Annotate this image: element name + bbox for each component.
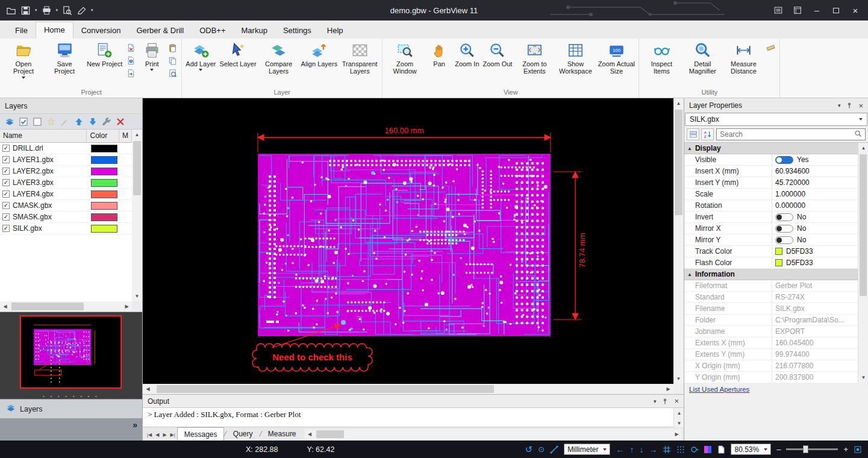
ribbon-pan[interactable]: Pan [425,39,453,67]
property-track-color[interactable]: Track ColorD5FD33 [684,246,858,257]
scrollbar-thumb[interactable] [675,110,682,215]
tab-messages[interactable]: Messages [177,427,225,441]
menu-gerber-drill[interactable]: Gerber & Drill [128,23,192,39]
scrollbar-thumb[interactable] [316,430,344,438]
checkbox-empty-icon[interactable] [32,116,42,127]
paste-icon[interactable] [167,43,178,53]
toggle-mirror-y[interactable] [775,236,793,244]
rotate-ccw-icon[interactable]: ↺ [525,445,533,454]
close-icon[interactable]: × [858,101,863,110]
ribbon-print[interactable]: Print [138,39,166,71]
sort-az-icon[interactable]: AZ [701,128,714,140]
scroll-up-icon[interactable]: ▲ [673,98,684,108]
fit-page-icon[interactable] [854,445,862,454]
property-jobname[interactable]: JobnameEXPORT [684,326,858,337]
property-extents-x-mm[interactable]: Extents X (mm)160.045400 [684,337,858,349]
doc-export-icon[interactable] [126,68,136,78]
property-invert[interactable]: InvertNo [684,212,858,223]
layer-row-layer4-gbx[interactable]: ✓LAYER4.gbx [0,189,132,200]
layer-row-layer1-gbx[interactable]: ✓LAYER1.gbx [0,154,132,166]
color-swatch[interactable] [775,259,782,266]
arrow-up-status-icon[interactable]: ↑ [629,445,634,454]
qa-markup-icon[interactable] [76,5,87,16]
menu-file[interactable]: File [7,23,36,39]
scroll-left-icon[interactable]: ◀ [143,384,153,394]
layer-row-smask-gbx[interactable]: ✓SMASK.gbx [0,212,132,223]
scrollbar-track[interactable] [132,140,142,291]
property-fileformat[interactable]: FileformatGerber Plot [684,280,858,292]
copy-icon[interactable] [167,55,178,66]
scrollbar-track[interactable] [673,108,684,374]
ribbon-transparent-layers[interactable]: Transparent Layers [339,39,380,75]
property-standard[interactable]: StandardRS-274X [684,292,858,303]
ribbon-show-workspace[interactable]: Show Workspace [555,39,596,75]
book-icon[interactable] [788,2,807,19]
layer-visible-checkbox[interactable]: ✓ [2,168,10,175]
close-icon[interactable]: × [674,397,679,406]
property-extents-y-mm[interactable]: Extents Y (mm)99.974400 [684,349,858,360]
ribbon-zoom-window[interactable]: Zoom Window [384,39,425,75]
menu-settings[interactable]: Settings [275,23,319,39]
toggle-invert[interactable] [775,213,793,221]
layer-color-swatch[interactable] [91,168,117,175]
zoom-slider[interactable] [786,448,838,450]
grid-off-icon[interactable] [690,445,699,454]
scroll-up-icon[interactable]: ▲ [132,130,142,140]
dropdown-icon[interactable]: ▾ [654,398,657,404]
scrollbar-track[interactable] [858,153,868,372]
layer-color-swatch[interactable] [91,156,117,164]
scroll-right-icon[interactable]: ▶ [672,429,682,439]
scroll-up-icon[interactable]: ▲ [858,143,868,153]
pin-icon[interactable] [846,102,853,109]
column-header-m[interactable]: M [119,130,132,143]
property-flash-color[interactable]: Flash ColorD5FD33 [684,257,858,269]
qa-preview-icon[interactable] [62,5,72,16]
dropdown-icon[interactable]: ▾ [838,102,841,108]
output-hscrollbar[interactable]: ◀ ▶ [305,429,682,439]
prev-tab-icon[interactable]: ◀ [154,430,161,438]
layer-color-swatch[interactable] [91,179,117,187]
ribbon-new-project[interactable]: New Project [85,39,124,67]
ribbon-open-project[interactable]: Open Project [3,39,44,79]
layers-bottom-tab[interactable]: Layers [0,399,142,418]
column-header-name[interactable]: Name [0,130,87,143]
scroll-down-icon[interactable]: ▼ [132,291,142,301]
overview-thumbnail[interactable] [0,312,142,393]
layer-table-hscrollbar[interactable]: ◀ ▶ [0,301,132,312]
splitter-handle[interactable]: ▪ ▪ ▪ ▪ ▪ ▪ ▪ ▪ [0,393,142,399]
ribbon-zoom-in[interactable]: Zoom In [453,39,481,67]
property-x-origin-mm[interactable]: X Origin (mm)216.077800 [684,360,858,372]
arrow-down-status-icon[interactable]: ↓ [639,445,643,454]
qa-print-icon[interactable] [42,5,52,16]
scrollbar-thumb[interactable] [860,154,867,296]
ribbon-zoom-out[interactable]: Zoom Out [481,39,514,67]
property-visible[interactable]: VisibleYes [684,154,858,166]
doc-close-icon[interactable] [126,43,136,53]
output-scrollbar[interactable]: ▲ ▼ [673,408,684,427]
property-rotation[interactable]: Rotation0.000000 [684,200,858,212]
ribbon-zoom-actual-size[interactable]: 100Zoom Actual Size [596,39,637,75]
property-folder[interactable]: FolderC:\ProgramData\So... [684,315,858,326]
layer-color-swatch[interactable] [91,190,117,198]
section-display[interactable]: ▲Display [684,143,858,154]
minimize-icon[interactable]: – [808,2,826,19]
layer-row-silk-gbx[interactable]: ✓SILK.gbx [0,223,132,234]
section-information[interactable]: ▲Information [684,269,858,280]
layer-row-layer2-gbx[interactable]: ✓LAYER2.gbx [0,166,132,177]
zoom-out-button[interactable]: – [776,445,781,454]
color-swatch[interactable] [775,248,782,255]
layers-icon[interactable] [4,116,14,127]
layer-row-drill-drl[interactable]: ✓DRILL.drl [0,143,132,154]
ribbon-select-layer[interactable]: Select Layer [217,39,258,67]
property-mirror-y[interactable]: Mirror YNo [684,234,858,246]
dimension-label-right[interactable]: 78.74 mm [578,233,587,268]
layer-visible-checkbox[interactable]: ✓ [2,179,10,186]
property-y-origin-mm[interactable]: Y Origin (mm)200.837800 [684,372,858,383]
first-tab-icon[interactable]: |◀ [145,430,154,438]
toggle-mirror-x[interactable] [775,225,793,233]
layer-color-swatch[interactable] [91,213,117,221]
zoom-in-button[interactable]: + [843,445,848,454]
property-insert-y-mm[interactable]: Insert Y (mm)45.720000 [684,177,858,189]
layer-visible-checkbox[interactable]: ✓ [2,145,10,152]
scroll-right-icon[interactable]: ▶ [122,301,132,312]
